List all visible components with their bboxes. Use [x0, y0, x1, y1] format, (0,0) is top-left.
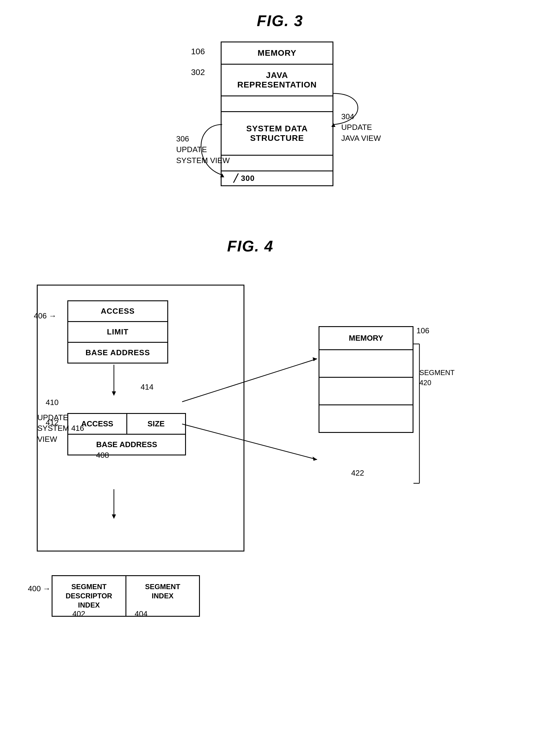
fig4-memory-box: MEMORY [318, 326, 414, 433]
mem-empty2 [319, 378, 413, 405]
page-container: FIG. 3 106 302 MEMORY JAVAREPRESENTATION… [0, 0, 560, 746]
label-422: 422 [351, 468, 364, 478]
memory-row-system: SYSTEM DATASTRUCTURE [222, 112, 333, 156]
label-416: 416 [71, 424, 84, 433]
label-304-num: 304 [341, 112, 354, 121]
label-306: 306 UPDATESYSTEM VIEW [176, 134, 230, 166]
svg-marker-7 [313, 457, 317, 461]
fig4-title: FIG. 4 [0, 237, 560, 255]
label-400: 400 → [28, 584, 51, 593]
label-306-num: 306 [176, 134, 189, 143]
label-412: 412 [46, 418, 58, 427]
label-414: 414 [141, 382, 153, 392]
fig3-diagram: 106 302 MEMORY JAVAREPRESENTATION SYSTEM… [176, 41, 384, 220]
sys-size: SIZE [127, 414, 186, 434]
fig4-section: FIG. 4 ACCESS LIMIT BASE ADDRESS ACCESS … [0, 237, 560, 741]
sys-split-row: ACCESS SIZE [68, 414, 185, 435]
label-304-text: UPDATEJAVA VIEW [341, 123, 381, 142]
seg-descriptor-index: SEGMENTDESCRIPTOR INDEX [53, 576, 127, 616]
label-106-fig4: 106 [416, 326, 429, 335]
memory-row-memory: MEMORY [222, 42, 333, 65]
label-408: 408 [96, 451, 109, 460]
memory-row-300: ╱ 300 [222, 171, 333, 185]
descriptor-box: ACCESS LIMIT BASE ADDRESS [67, 300, 168, 364]
svg-marker-5 [313, 357, 317, 361]
fig4-container: ACCESS LIMIT BASE ADDRESS ACCESS SIZE BA… [28, 267, 532, 741]
mem-empty3 [319, 405, 413, 432]
memory-row-empty2 [222, 156, 333, 171]
desc-limit: LIMIT [68, 322, 167, 343]
label-update-system-view: UPDATESYSTEM 416VIEW [37, 412, 84, 444]
label-304: 304 UPDATEJAVA VIEW [341, 111, 381, 144]
fig3-memory-box: MEMORY JAVAREPRESENTATION SYSTEM DATASTR… [221, 41, 333, 186]
memory-row-empty1 [222, 96, 333, 112]
label-302: 302 [191, 67, 205, 77]
memory-row-java: JAVAREPRESENTATION [222, 65, 333, 96]
label-306-text: UPDATESYSTEM VIEW [176, 145, 230, 165]
label-404: 404 [135, 609, 147, 619]
desc-base: BASE ADDRESS [68, 343, 167, 363]
desc-access: ACCESS [68, 301, 167, 322]
fig3-section: FIG. 3 106 302 MEMORY JAVAREPRESENTATION… [0, 12, 560, 220]
fig3-title: FIG. 3 [257, 12, 303, 30]
label-410: 410 [46, 398, 58, 407]
mem-memory: MEMORY [319, 327, 413, 350]
sys-base: BASE ADDRESS [68, 435, 185, 455]
label-406: 406 → [34, 311, 57, 320]
mem-empty1 [319, 350, 413, 378]
label-106: 106 [191, 47, 205, 56]
label-402: 402 [73, 609, 85, 619]
system-box: ACCESS SIZE BASE ADDRESS [67, 413, 186, 455]
label-segment-420: SEGMENT420 [419, 368, 455, 388]
